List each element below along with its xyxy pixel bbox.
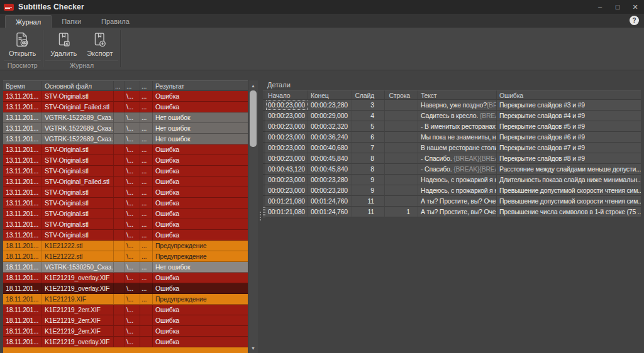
tabs: ЖурналПапкиПравила xyxy=(0,14,140,28)
log-cell-file: VGTRK-1530250_Сказ... xyxy=(42,262,114,273)
log-row[interactable]: 13.11.201...STV-Original.stl\......Ошибк… xyxy=(3,144,248,155)
log-row[interactable]: 13.11.201...STV-Original.stl\......Ошибк… xyxy=(3,187,248,198)
log-cell-c3 xyxy=(114,209,125,219)
details-cell-error: Длительность показа слайда ниже минималь… xyxy=(497,175,641,185)
log-row[interactable]: 13.11.201...STV-Original_Failed.stl\....… xyxy=(3,102,248,112)
column-header[interactable]: ... xyxy=(140,81,153,90)
log-row[interactable]: 13.11.201...VGTRK-1522689_Сказ...\......… xyxy=(3,123,248,134)
log-cell-file: STV-Original.stl xyxy=(42,209,114,219)
log-row[interactable]: 13.11.201...STV-Original.stl\......Ошибк… xyxy=(3,230,248,241)
log-row[interactable]: 13.11.201...STV-Original.stl\......Ошибк… xyxy=(3,209,248,219)
log-row[interactable]: 18.11.201...K1E21219.XIF\......Предупреж… xyxy=(3,294,248,305)
column-header[interactable]: ... xyxy=(125,81,140,90)
log-cell-c3 xyxy=(114,155,125,166)
log-cell-c4: \... xyxy=(125,305,140,315)
log-cell-c5: ... xyxy=(140,134,153,144)
log-row[interactable]: 18.11.201...K1E21222.stl\......Предупреж… xyxy=(3,241,248,251)
app-logo-icon xyxy=(4,4,14,11)
log-row[interactable]: 13.11.201...STV-Original.stl\......Ошибк… xyxy=(3,155,248,166)
column-header[interactable]: Текст xyxy=(418,90,497,99)
details-row[interactable]: 00:00:23,00000:00:23,2803Наверно, уже по… xyxy=(263,100,641,111)
log-row-partial[interactable] xyxy=(3,347,248,353)
delete-button[interactable]: Удалить xyxy=(45,29,82,58)
log-row[interactable]: 13.11.201...STV-Original_Failed.stl\....… xyxy=(3,176,248,187)
log-cell-c4: \... xyxy=(125,176,140,187)
details-panel: Детали НачалоКонецСлайдСтрокаТекстОшибка… xyxy=(263,80,641,353)
log-cell-result: Ошибка xyxy=(153,283,248,294)
log-table-scrollbar[interactable]: ▲ ▼ xyxy=(248,80,258,353)
details-row[interactable]: 00:00:23,00000:00:36,2406Мы пока не знам… xyxy=(263,132,641,143)
column-header[interactable]: Начало xyxy=(265,90,308,99)
log-row[interactable]: 13.11.201...STV-Original.stl\......Ошибк… xyxy=(3,198,248,209)
details-row[interactable]: 00:00:23,00000:00:32,3205- В именитых ре… xyxy=(263,121,641,132)
log-row[interactable]: 13.11.201...STV-Original.stl\......Ошибк… xyxy=(3,166,248,176)
scroll-down-icon[interactable]: ▼ xyxy=(248,344,258,352)
details-cell-start: 00:00:23,000 xyxy=(265,100,308,111)
details-row[interactable]: 00:00:23,00000:00:23,2809Надеюсь, с прож… xyxy=(263,185,641,196)
log-row[interactable]: 13.11.201...STV-Original.stl\......Ошибк… xyxy=(3,91,248,102)
details-cell-start: 00:00:23,000 xyxy=(265,185,308,196)
log-table-header: ВремяОсновной файл.........Результат xyxy=(3,80,258,91)
log-cell-c3 xyxy=(114,198,125,209)
log-cell-file: K1E21219_overlay.XIF xyxy=(42,337,114,347)
details-cell-end: 00:00:36,240 xyxy=(308,132,352,143)
details-cell-error: Перекрытие слайдов #5 и #9 xyxy=(497,121,641,132)
details-row[interactable]: 00:01:21,08000:01:24,760111А ты? Простит… xyxy=(263,207,641,217)
log-row[interactable]: 18.11.201...K1E21219_overlay.XIF\...Ошиб… xyxy=(3,337,248,347)
log-cell-c4: \... xyxy=(125,102,140,112)
log-cell-c3 xyxy=(114,315,125,326)
scroll-up-icon[interactable]: ▲ xyxy=(248,81,258,90)
scrollbar-thumb[interactable] xyxy=(250,90,257,147)
log-cell-time: 18.11.201... xyxy=(3,251,42,262)
log-cell-c3 xyxy=(114,176,125,187)
help-button[interactable]: ? xyxy=(630,16,639,25)
details-row[interactable]: 00:01:21,08000:01:24,76011А ты? Простите… xyxy=(263,196,641,207)
log-cell-file: K1E21219_2err.XIF xyxy=(42,305,114,315)
log-cell-file: STV-Original_Failed.stl xyxy=(42,176,114,187)
log-row[interactable]: 18.11.201...K1E21219_2err.XIF\...Ошибка xyxy=(3,305,248,315)
details-cell-start: 00:00:23,000 xyxy=(265,153,308,164)
column-header[interactable]: Результат xyxy=(153,81,258,90)
log-cell-c3 xyxy=(114,251,125,262)
log-cell-c5: ... xyxy=(140,155,153,166)
details-cell-error: Перекрытие слайдов #4 и #9 xyxy=(497,111,641,121)
column-header[interactable]: Слайд xyxy=(352,90,385,99)
export-button[interactable]: Экспорт xyxy=(82,29,118,58)
details-cell-text: Надеюсь, с прожаркой я н xyxy=(418,175,497,185)
details-row[interactable]: 00:00:43,12000:00:45,8408- Спасибо. {BRE… xyxy=(263,164,641,175)
log-row[interactable]: 18.11.201...K1E21219_2err.XIF\...Ошибка xyxy=(3,326,248,337)
tab-folders[interactable]: Папки xyxy=(52,15,91,28)
log-row[interactable]: 18.11.201...K1E21219_overlay.XIF\......О… xyxy=(3,273,248,283)
column-header[interactable]: ... xyxy=(114,81,125,90)
details-row[interactable]: 00:00:23,00000:00:45,8408- Спасибо. {BRE… xyxy=(263,153,641,164)
column-header[interactable]: Время xyxy=(3,81,42,90)
log-row[interactable]: 13.11.201...VGTRK-1522689_Сказ...\......… xyxy=(3,134,248,144)
log-row[interactable]: 13.11.201...VGTRK-1522689_Сказ...\......… xyxy=(3,112,248,123)
minimize-button[interactable]: – xyxy=(591,0,609,14)
log-cell-file: STV-Original.stl xyxy=(42,230,114,241)
details-cell-error: Перекрытие слайдов #3 и #9 xyxy=(497,100,641,111)
close-button[interactable]: ✕ xyxy=(626,0,644,14)
log-row[interactable]: 18.11.201...K1E21222.stl\......Предупреж… xyxy=(3,251,248,262)
column-header[interactable]: Конец xyxy=(308,90,352,99)
column-header[interactable]: Строка xyxy=(385,90,418,99)
column-header[interactable]: Основной файл xyxy=(42,81,114,90)
log-row[interactable]: 18.11.201...K1E21219_overlay.XIF\......О… xyxy=(3,283,248,294)
log-row[interactable]: 18.11.201...VGTRK-1530250_Сказ...\......… xyxy=(3,262,248,273)
tab-rules[interactable]: Правила xyxy=(91,15,140,28)
log-row[interactable]: 13.11.201...STV-Original.stl\......Ошибк… xyxy=(3,219,248,230)
details-cell-text: Садитесь в кресло. {BREA xyxy=(418,111,497,121)
column-header[interactable]: Ошибка xyxy=(497,90,641,99)
details-row[interactable]: 00:00:23,00000:00:23,2809Надеюсь, с прож… xyxy=(263,175,641,185)
ribbon-group-separator xyxy=(120,30,121,67)
log-cell-c3 xyxy=(114,283,125,294)
tab-journal[interactable]: Журнал xyxy=(5,15,52,28)
open-button[interactable]: Открыть xyxy=(4,29,41,58)
details-row[interactable]: 00:00:23,00000:00:40,6807В нашем рестора… xyxy=(263,143,641,153)
maximize-button[interactable]: □ xyxy=(609,0,626,14)
details-row[interactable]: 00:00:23,00000:00:29,0004Садитесь в крес… xyxy=(263,111,641,121)
panel-splitter[interactable] xyxy=(258,80,263,353)
log-row[interactable]: 18.11.201...K1E21219_2err.XIF\...Ошибка xyxy=(3,315,248,326)
log-cell-result: Ошибка xyxy=(153,102,248,112)
titlebar[interactable]: Subtitles Checker – □ ✕ xyxy=(0,0,644,14)
